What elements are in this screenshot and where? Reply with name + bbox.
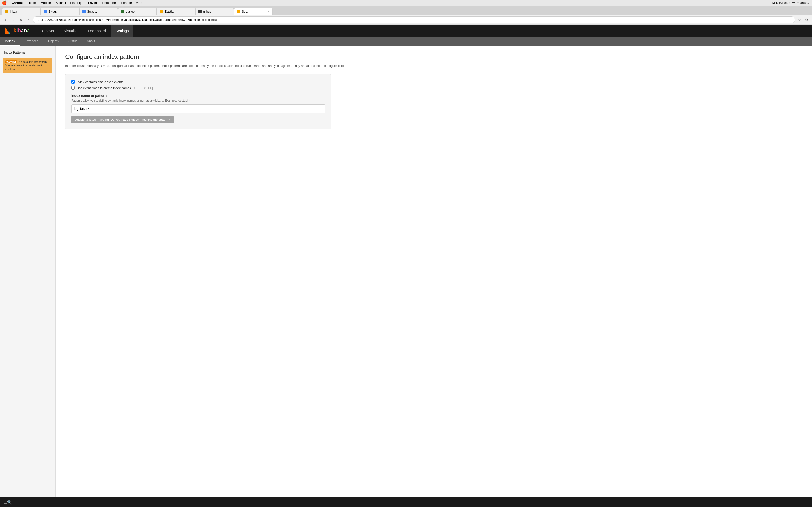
tab-favicon xyxy=(160,10,163,13)
tab-favicon xyxy=(198,10,202,13)
forward-button[interactable]: › xyxy=(10,16,16,23)
subnav-objects[interactable]: Objects xyxy=(43,37,63,46)
kibana-logo-icon xyxy=(4,26,12,35)
index-pattern-group: Index name or pattern Patterns allow you… xyxy=(71,94,325,113)
refresh-button[interactable]: ↻ xyxy=(17,16,24,23)
toolbar-icons: ☆ ⚙ xyxy=(796,16,810,23)
menubar-right: Mar. 10:28:08 PM Yoanis Gil xyxy=(772,1,810,5)
checkbox-row-1: Index contains time-based events xyxy=(71,80,325,84)
kibana-header: kibana Discover Visualize Dashboard Sett… xyxy=(0,24,812,37)
personnes-menu[interactable]: Personnes xyxy=(102,1,117,5)
bottom-bar: ☰🔍 xyxy=(0,497,812,507)
tab-title: Elastic... xyxy=(164,10,192,13)
kibana-nav: Discover Visualize Dashboard Settings xyxy=(36,24,134,37)
subnav-status[interactable]: Status xyxy=(63,37,82,46)
event-times-checkbox[interactable] xyxy=(71,86,75,90)
tab-favicon xyxy=(237,10,241,13)
time-display: Mar. 10:28:08 PM xyxy=(772,1,795,5)
mac-menubar: 🍎 Chrome Fichier Modifier Afficher Histo… xyxy=(0,0,812,6)
chrome-menu[interactable]: Chrome xyxy=(12,1,23,5)
page-description: In order to use Kibana you must configur… xyxy=(65,63,802,68)
field-label: Index name or pattern xyxy=(71,94,325,98)
tab-title: Swag... xyxy=(87,10,115,13)
home-button[interactable]: ⌂ xyxy=(25,16,32,23)
page-title: Configure an index pattern xyxy=(65,53,802,61)
field-hint: Patterns allow you to define dynamic ind… xyxy=(71,99,325,102)
favoris-menu[interactable]: Favoris xyxy=(88,1,99,5)
warning-label: Warning xyxy=(5,60,17,63)
tab-django[interactable]: django xyxy=(118,8,157,15)
time-based-checkbox[interactable] xyxy=(71,80,75,83)
nav-settings[interactable]: Settings xyxy=(111,24,134,37)
fichier-menu[interactable]: Fichier xyxy=(27,1,37,5)
subnav-advanced[interactable]: Advanced xyxy=(19,37,43,46)
event-times-label[interactable]: Use event times to create index names [D… xyxy=(77,86,153,90)
tab-favicon xyxy=(5,10,8,13)
tab-swag2[interactable]: Swag... xyxy=(79,8,118,15)
tab-title: Swag... xyxy=(49,10,76,13)
nav-discover[interactable]: Discover xyxy=(36,24,59,37)
kibana-logo: kibana xyxy=(0,26,34,35)
main-content: Configure an index pattern In order to u… xyxy=(56,46,812,507)
deprecated-tag: [DEPRECATED] xyxy=(132,87,153,90)
tab-favicon xyxy=(83,10,86,13)
afficher-menu[interactable]: Afficher xyxy=(56,1,66,5)
tab-github[interactable]: github xyxy=(195,8,234,15)
modifier-menu[interactable]: Modifier xyxy=(41,1,52,5)
tab-favicon xyxy=(121,10,124,13)
main-layout: Index Patterns Warning No default index … xyxy=(0,46,812,507)
checkbox-row-2: Use event times to create index names [D… xyxy=(71,86,325,90)
subnav-about[interactable]: About xyxy=(82,37,100,46)
fetch-error-button[interactable]: Unable to fetch mapping. Do you have ind… xyxy=(71,116,173,123)
sidebar-section-title: Index Patterns xyxy=(0,49,55,56)
settings-subnav: Indices Advanced Objects Status About xyxy=(0,37,812,46)
nav-dashboard[interactable]: Dashboard xyxy=(83,24,111,37)
apple-icon: 🍎 xyxy=(2,0,7,5)
aide-menu[interactable]: Aide xyxy=(136,1,142,5)
fenetre-menu[interactable]: Fenêtre xyxy=(121,1,132,5)
extensions-button[interactable]: ⚙ xyxy=(803,16,810,23)
historique-menu[interactable]: Historique xyxy=(70,1,84,5)
tab-close-icon[interactable]: × xyxy=(268,10,269,13)
tab-title: github xyxy=(203,10,231,13)
tab-title: django xyxy=(126,10,153,13)
tab-inbox[interactable]: Inbox xyxy=(2,8,41,15)
tab-active[interactable]: Se... × xyxy=(234,8,272,15)
form-card: Index contains time-based events Use eve… xyxy=(65,74,331,129)
sidebar: Index Patterns Warning No default index … xyxy=(0,46,56,507)
chrome-toolbar: ‹ › ↻ ⌂ ☆ ⚙ xyxy=(0,15,812,24)
tab-swag1[interactable]: Swag... xyxy=(41,8,79,15)
index-pattern-input[interactable] xyxy=(71,104,325,113)
warning-banner: Warning No default index pattern. You mu… xyxy=(3,58,52,73)
tab-elastic[interactable]: Elastic... xyxy=(157,8,195,15)
bottom-bar-icon: ☰🔍 xyxy=(4,500,12,505)
tab-title: Se... xyxy=(242,10,266,13)
bookmark-button[interactable]: ☆ xyxy=(796,16,803,23)
user-display: Yoanis Gil xyxy=(797,1,810,5)
tab-title: Inbox xyxy=(10,10,38,13)
address-bar[interactable] xyxy=(33,16,795,23)
nav-visualize[interactable]: Visualize xyxy=(59,24,83,37)
chrome-tabbar: Inbox Swag... Swag... django Elastic... … xyxy=(0,6,812,15)
back-button[interactable]: ‹ xyxy=(2,16,9,23)
time-based-label[interactable]: Index contains time-based events xyxy=(77,80,123,84)
subnav-indices[interactable]: Indices xyxy=(0,37,19,46)
event-times-text: Use event times to create index names xyxy=(77,86,131,90)
tab-favicon xyxy=(44,10,47,13)
kibana-wordmark: kibana xyxy=(13,27,30,34)
